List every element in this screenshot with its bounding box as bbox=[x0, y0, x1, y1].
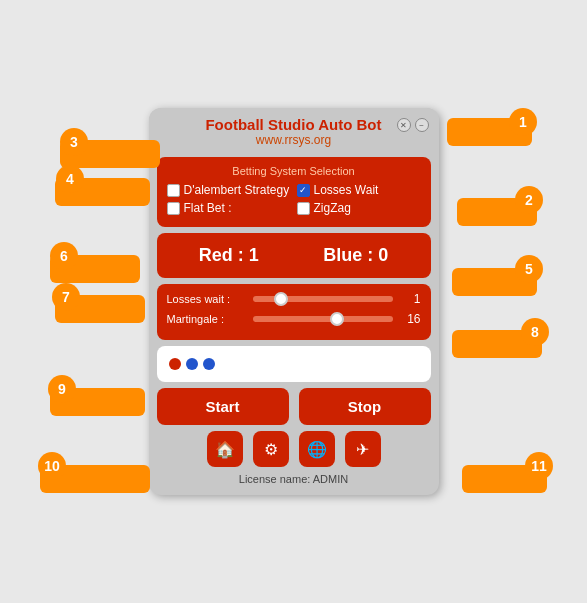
badge-10: 10 bbox=[38, 452, 66, 480]
betting-section-label: Betting System Selection bbox=[167, 165, 421, 177]
status-dot-blue2 bbox=[203, 358, 215, 370]
badge-6: 6 bbox=[50, 242, 78, 270]
status-dot-blue1 bbox=[186, 358, 198, 370]
flat-bet-row: Flat Bet : ZigZag bbox=[167, 201, 421, 215]
losses-wait-label[interactable]: Losses Wait bbox=[297, 183, 421, 197]
license-label: License name: bbox=[239, 473, 311, 485]
action-buttons: Start Stop bbox=[157, 388, 431, 425]
settings-icon-button[interactable]: ⚙ bbox=[253, 431, 289, 467]
martingale-slider-row: Martingale : 16 bbox=[167, 312, 421, 326]
send-icon-button[interactable]: ✈ bbox=[345, 431, 381, 467]
red-label: Red : 1 bbox=[199, 245, 259, 266]
martingale-thumb[interactable] bbox=[330, 312, 344, 326]
losses-wait-value: 1 bbox=[399, 292, 421, 306]
close-button[interactable]: ✕ bbox=[397, 118, 411, 132]
losses-wait-slider-row: Losses wait : 1 bbox=[167, 292, 421, 306]
status-bar bbox=[157, 346, 431, 382]
martingale-label: Martingale : bbox=[167, 313, 247, 325]
flat-bet-checkbox[interactable] bbox=[167, 202, 180, 215]
minimize-button[interactable]: − bbox=[415, 118, 429, 132]
zigzag-label[interactable]: ZigZag bbox=[297, 201, 421, 215]
license-name: ADMIN bbox=[313, 473, 348, 485]
losses-wait-thumb[interactable] bbox=[274, 292, 288, 306]
badge-4: 4 bbox=[56, 165, 84, 193]
losses-wait-checkbox[interactable] bbox=[297, 184, 310, 197]
title-bar: Football Studio Auto Bot www.rrsys.org ✕… bbox=[149, 108, 439, 151]
badge-3: 3 bbox=[60, 128, 88, 156]
dalembert-row: D'alembert Strategy Losses Wait bbox=[167, 183, 421, 197]
dalembert-label[interactable]: D'alembert Strategy bbox=[167, 183, 291, 197]
app-url: www.rrsys.org bbox=[161, 133, 427, 147]
martingale-track[interactable] bbox=[253, 316, 393, 322]
badge-9: 9 bbox=[48, 375, 76, 403]
license-bar: License name: ADMIN bbox=[149, 473, 439, 485]
badge-5: 5 bbox=[515, 255, 543, 283]
losses-wait-slider-label: Losses wait : bbox=[167, 293, 247, 305]
start-button[interactable]: Start bbox=[157, 388, 289, 425]
window-controls: ✕ − bbox=[397, 118, 429, 132]
icon-row: 🏠 ⚙ 🌐 ✈ bbox=[157, 431, 431, 467]
losses-wait-track[interactable] bbox=[253, 296, 393, 302]
sliders-section: Losses wait : 1 Martingale : 16 bbox=[157, 284, 431, 340]
stop-button[interactable]: Stop bbox=[299, 388, 431, 425]
badge-2: 2 bbox=[515, 186, 543, 214]
badge-1: 1 bbox=[509, 108, 537, 136]
badge-7: 7 bbox=[52, 283, 80, 311]
main-panel: Football Studio Auto Bot www.rrsys.org ✕… bbox=[149, 108, 439, 495]
zigzag-checkbox[interactable] bbox=[297, 202, 310, 215]
betting-section: Betting System Selection D'alembert Stra… bbox=[157, 157, 431, 227]
martingale-value: 16 bbox=[399, 312, 421, 326]
flat-bet-label[interactable]: Flat Bet : bbox=[167, 201, 291, 215]
globe-icon-button[interactable]: 🌐 bbox=[299, 431, 335, 467]
status-dot-red bbox=[169, 358, 181, 370]
badge-8: 8 bbox=[521, 318, 549, 346]
blue-label: Blue : 0 bbox=[323, 245, 388, 266]
score-section: Red : 1 Blue : 0 bbox=[157, 233, 431, 278]
app-title: Football Studio Auto Bot bbox=[161, 116, 427, 133]
badge-11: 11 bbox=[525, 452, 553, 480]
home-icon-button[interactable]: 🏠 bbox=[207, 431, 243, 467]
score-row: Red : 1 Blue : 0 bbox=[167, 241, 421, 270]
dalembert-checkbox[interactable] bbox=[167, 184, 180, 197]
